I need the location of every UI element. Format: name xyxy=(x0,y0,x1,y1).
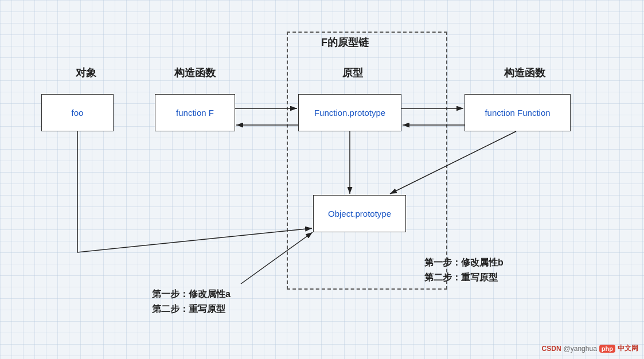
diagram-container: 对象 构造函数 原型 构造函数 F的原型链 foo function F Fun… xyxy=(0,0,644,359)
col-label-object: 对象 xyxy=(63,66,109,80)
col-label-constructor2: 构造函数 xyxy=(490,66,559,80)
annotation-right: 第一步：修改属性b 第二步：重写原型 xyxy=(424,255,504,284)
prototype-chain-region xyxy=(287,32,447,290)
col-label-constructor1: 构造函数 xyxy=(166,66,224,80)
box-object-prototype: Object.prototype xyxy=(313,195,406,232)
box-function-prototype: Function.prototype xyxy=(298,94,401,131)
watermark: CSDN @yanghua php 中文网 xyxy=(542,344,638,353)
box-function-f: function F xyxy=(155,94,235,131)
region-title: F的原型链 xyxy=(321,36,369,49)
box-function-function: function Function xyxy=(465,94,571,131)
box-foo: foo xyxy=(41,94,114,131)
annotation-left: 第一步：修改属性a 第二步：重写原型 xyxy=(152,287,231,316)
